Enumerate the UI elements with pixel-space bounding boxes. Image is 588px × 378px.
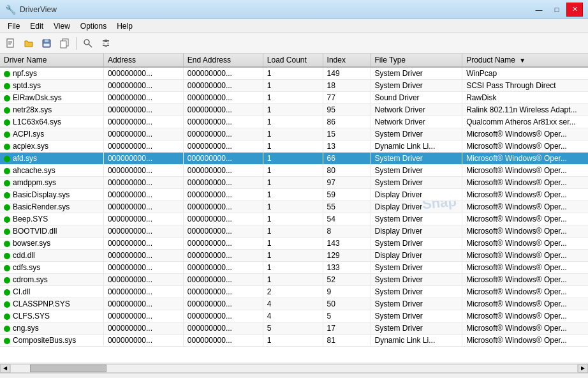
status-dot xyxy=(4,204,10,211)
col-index[interactable]: Index xyxy=(323,54,371,67)
table-row[interactable]: amdppm.sys 000000000... 000000000... 1 9… xyxy=(0,177,588,189)
menu-help[interactable]: Help xyxy=(112,20,138,32)
svg-rect-6 xyxy=(45,40,48,42)
svg-line-11 xyxy=(89,44,92,47)
table-row[interactable]: CI.dll 000000000... 000000000... 2 9 Sys… xyxy=(0,286,588,298)
status-dot xyxy=(4,83,10,89)
table-row[interactable]: cdd.dll 000000000... 000000000... 1 129 … xyxy=(0,250,588,262)
cell-end-address: 000000000... xyxy=(183,286,263,298)
cell-load-count: 1 xyxy=(263,274,323,286)
cell-file-type: Sound Driver xyxy=(371,92,462,104)
cell-load-count: 1 xyxy=(263,201,323,213)
col-end-address[interactable]: End Address xyxy=(183,54,263,67)
horizontal-scrollbar[interactable] xyxy=(10,364,578,373)
cell-product-name: RawDisk xyxy=(462,92,588,104)
scroll-left-button[interactable]: ◀ xyxy=(0,364,10,373)
table-row[interactable]: netr28x.sys 000000000... 000000000... 1 … xyxy=(0,104,588,116)
table-row[interactable]: ElRawDsk.sys 000000000... 000000000... 1… xyxy=(0,92,588,104)
cell-product-name: Microsoft® Windows® Oper... xyxy=(462,140,588,153)
cell-index: 59 xyxy=(323,189,371,201)
table-row[interactable]: cdrom.sys 000000000... 000000000... 1 52… xyxy=(0,274,588,286)
cell-file-type: Network Driver xyxy=(371,104,462,116)
cell-product-name: SCSI Pass Through Direct xyxy=(462,80,588,92)
table-row[interactable]: BasicDisplay.sys 000000000... 000000000.… xyxy=(0,189,588,201)
table-row[interactable]: bowser.sys 000000000... 000000000... 1 1… xyxy=(0,238,588,250)
toolbar-open[interactable] xyxy=(20,35,37,52)
cell-product-name: Microsoft® Windows® Oper... xyxy=(462,165,588,177)
maximize-button[interactable]: □ xyxy=(548,3,565,17)
cell-address: 000000000... xyxy=(103,104,183,116)
cell-index: 54 xyxy=(323,213,371,225)
cell-file-type: Display DriverSnap xyxy=(371,201,462,213)
cell-address: 000000000... xyxy=(103,128,183,140)
cell-file-type: Display Driver xyxy=(371,225,462,238)
table-row[interactable]: ahcache.sys 000000000... 000000000... 1 … xyxy=(0,165,588,177)
minimize-button[interactable]: — xyxy=(531,3,547,17)
cell-index: 143 xyxy=(323,238,371,250)
cell-driver-name: cdfs.sys xyxy=(0,262,103,274)
cell-file-type: System Driver xyxy=(371,80,462,92)
col-address[interactable]: Address xyxy=(103,54,183,67)
toolbar-search[interactable] xyxy=(80,35,96,52)
cell-address: 000000000... xyxy=(103,262,183,274)
cell-address: 000000000... xyxy=(103,116,183,128)
menu-file[interactable]: File xyxy=(3,20,25,32)
cell-driver-name: BOOTVID.dll xyxy=(0,225,103,238)
cell-end-address: 000000000... xyxy=(183,213,263,225)
table-row[interactable]: ACPI.sys 000000000... 000000000... 1 15 … xyxy=(0,128,588,140)
table-row[interactable]: CLASSPNP.SYS 000000000... 000000000... 4… xyxy=(0,298,588,310)
cell-driver-name: BasicDisplay.sys xyxy=(0,189,103,201)
cell-address: 000000000... xyxy=(103,322,183,335)
close-button[interactable]: ✕ xyxy=(566,3,583,17)
cell-index: 129 xyxy=(323,250,371,262)
table-header-row: Driver Name Address End Address Load Cou… xyxy=(0,54,588,67)
cell-address: 000000000... xyxy=(103,165,183,177)
table-row[interactable]: sptd.sys 000000000... 000000000... 1 18 … xyxy=(0,80,588,92)
table-row[interactable]: BasicRender.sys 000000000... 000000000..… xyxy=(0,201,588,213)
cell-index: 5 xyxy=(323,310,371,322)
cell-driver-name: CI.dll xyxy=(0,286,103,298)
table-row[interactable]: acpiex.sys 000000000... 000000000... 1 1… xyxy=(0,140,588,153)
menu-edit[interactable]: Edit xyxy=(25,20,48,32)
toolbar-new[interactable] xyxy=(3,35,19,52)
statusbar: 166 item(s), 1 Selected xyxy=(0,373,588,378)
col-product-name[interactable]: Product Name ▼ xyxy=(462,54,588,67)
cell-index: 86 xyxy=(323,116,371,128)
cell-index: 18 xyxy=(323,80,371,92)
table-row[interactable]: CompositeBus.sys 000000000... 000000000.… xyxy=(0,335,588,347)
cell-end-address: 000000000... xyxy=(183,274,263,286)
cell-end-address: 000000000... xyxy=(183,322,263,335)
table-row[interactable]: afd.sys 000000000... 000000000... 1 66 S… xyxy=(0,153,588,165)
col-driver-name[interactable]: Driver Name xyxy=(0,54,103,67)
table-row[interactable]: npf.sys 000000000... 000000000... 1 149 … xyxy=(0,67,588,80)
cell-file-type: Display Driver xyxy=(371,189,462,201)
col-load-count[interactable]: Load Count xyxy=(263,54,323,67)
cell-load-count: 1 xyxy=(263,67,323,80)
table-row[interactable]: L1C63x64.sys 000000000... 000000000... 1… xyxy=(0,116,588,128)
toolbar-copy[interactable] xyxy=(56,35,73,52)
table-row[interactable]: cdfs.sys 000000000... 000000000... 1 133… xyxy=(0,262,588,274)
scroll-right-button[interactable]: ▶ xyxy=(578,364,588,373)
table-row[interactable]: BOOTVID.dll 000000000... 000000000... 1 … xyxy=(0,225,588,238)
table-row[interactable]: cng.sys 000000000... 000000000... 5 17 S… xyxy=(0,322,588,335)
cell-index: 9 xyxy=(323,286,371,298)
menu-view[interactable]: View xyxy=(48,20,75,32)
table-row[interactable]: CLFS.SYS 000000000... 000000000... 4 5 S… xyxy=(0,310,588,322)
cell-address: 000000000... xyxy=(103,201,183,213)
cell-load-count: 1 xyxy=(263,92,323,104)
cell-address: 000000000... xyxy=(103,310,183,322)
table-row[interactable]: Beep.SYS 000000000... 000000000... 1 54 … xyxy=(0,213,588,225)
toolbar-settings[interactable] xyxy=(98,35,114,52)
status-dot xyxy=(4,289,10,296)
status-dot xyxy=(4,326,10,332)
toolbar-save[interactable] xyxy=(38,35,55,52)
cell-address: 000000000... xyxy=(103,153,183,165)
scrollbar-thumb[interactable] xyxy=(30,365,107,372)
toolbar xyxy=(0,33,588,54)
col-file-type[interactable]: File Type xyxy=(371,54,462,67)
cell-index: 52 xyxy=(323,274,371,286)
cell-end-address: 000000000... xyxy=(183,153,263,165)
cell-driver-name: cng.sys xyxy=(0,322,103,335)
menu-options[interactable]: Options xyxy=(75,20,112,32)
table-container[interactable]: Driver Name Address End Address Load Cou… xyxy=(0,54,588,363)
